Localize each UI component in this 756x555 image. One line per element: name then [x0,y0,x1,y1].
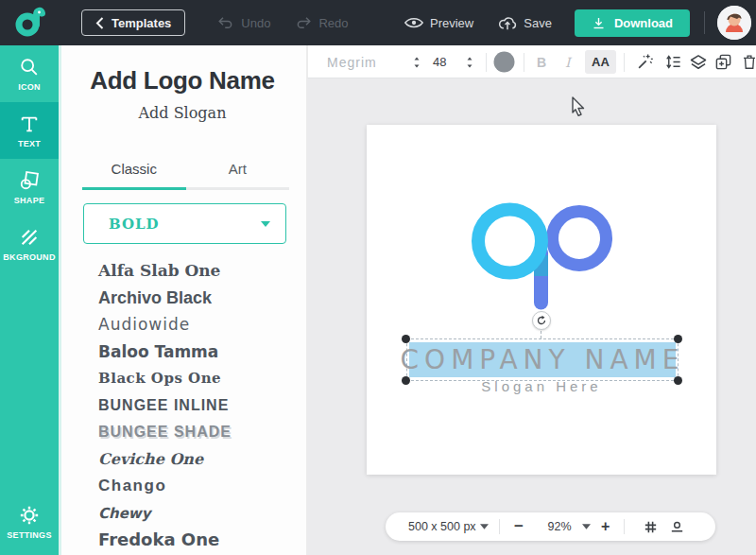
bottombar-divider [499,519,500,534]
delete-button[interactable] [741,45,756,78]
zoom-caret-icon[interactable] [582,512,591,541]
tab-art[interactable]: Art [186,161,290,185]
bottombar-divider [624,519,625,534]
rail-bkground-label: BKGROUND [3,252,55,262]
font-list-item[interactable]: BUNGEE INLINE [59,392,306,420]
undo-icon [217,14,234,31]
rotate-handle[interactable] [532,311,551,330]
topbar-divider [704,11,705,34]
resize-handle-bottom-right[interactable] [674,376,682,385]
text-color-swatch[interactable] [493,45,515,78]
font-tabs: Classic Art [82,161,289,185]
rail-icon-label: ICON [18,82,41,92]
logo-maker-app: { "topbar": { "templates": "Templates", … [0,0,756,555]
logo-graphic[interactable] [367,125,716,475]
font-family-dropdown[interactable]: Megrim [327,45,377,78]
sidebar-item-shape[interactable]: SHAPE [0,159,59,216]
shape-icon [19,170,40,191]
tab-underline-track [82,187,289,190]
tab-active-underline [82,187,186,190]
redo-button[interactable]: Redo [295,14,348,31]
avatar-image [717,6,751,40]
rail-shape-label: SHAPE [14,196,45,205]
cloud-upload-icon [498,14,517,31]
designevo-logo-icon[interactable] [13,6,47,40]
font-list-item[interactable]: Alfa Slab One [59,257,306,285]
download-icon [592,16,606,30]
toolbar-divider [486,53,487,72]
logo-left-circle [478,210,541,273]
undo-label: Undo [241,16,270,30]
top-bar: Templates Undo Redo Preview [0,0,756,45]
download-label: Download [614,16,673,30]
duplicate-button[interactable] [714,45,732,78]
resize-handle-top-left[interactable] [402,335,410,343]
font-category-value: BOLD [109,216,160,233]
resize-handle-top-right[interactable] [674,335,682,343]
search-icon [19,57,40,78]
font-list-item[interactable]: Chewy [59,500,306,528]
zoom-out-button[interactable]: − [514,512,524,541]
eye-icon [404,15,423,30]
zoom-in-button[interactable]: + [601,512,610,541]
grid-toggle-button[interactable] [643,512,659,541]
preview-button[interactable]: Preview [404,15,473,30]
font-list-item[interactable]: Audiowide [59,311,306,338]
save-label: Save [524,16,552,30]
font-size-spinner[interactable] [465,45,474,78]
selection-connector [541,331,541,338]
italic-button[interactable]: I [565,45,571,78]
bold-button[interactable]: B [537,45,546,78]
rail-text-label: TEXT [18,139,41,148]
font-list-item[interactable]: BUNGEE SHADE [59,419,306,446]
chevron-down-icon [261,221,270,227]
left-rail: ICON TEXT SHAPE BKGROUND [0,45,59,555]
font-size-value[interactable]: 48 [433,45,446,78]
magic-wand-button[interactable] [636,45,654,78]
canvas-size-caret-icon[interactable] [480,512,489,541]
tab-classic[interactable]: Classic [82,161,186,185]
toolbar-divider [624,53,625,72]
rotate-icon [536,315,547,326]
font-list-item[interactable]: Black Ops One [59,365,306,392]
download-button[interactable]: Download [575,9,690,37]
sidebar-item-bkground[interactable]: BKGROUND [0,216,59,272]
add-slogan-field[interactable]: Add Slogan [59,104,306,122]
logo-right-circle [553,212,607,266]
uppercase-toggle-button[interactable]: AA [585,50,616,74]
font-list-item[interactable]: Fredoka One [59,527,306,554]
company-name-text[interactable]: COMPANY NAME [407,339,678,380]
company-name-textbox[interactable]: COMPANY NAME [406,338,679,381]
sidebar-item-icon[interactable]: ICON [0,45,59,102]
undo-button[interactable]: Undo [217,14,270,31]
font-list-item[interactable]: Archivo Black [59,285,306,312]
zoom-level-value[interactable]: 92% [540,512,579,541]
save-button[interactable]: Save [498,14,552,31]
design-canvas[interactable]: COMPANY NAME Slogan Here [367,125,716,475]
canvas-size-dropdown[interactable]: 500 x 500 px [408,512,476,541]
add-logo-name-field[interactable]: Add Logo Name [59,66,306,95]
preview-label: Preview [430,16,473,30]
redo-icon [295,14,312,31]
font-list-item[interactable]: Baloo Tamma [59,338,306,366]
snap-position-button[interactable] [669,512,685,541]
sidebar-item-settings[interactable]: SETTINGS [0,489,59,555]
redo-label: Redo [318,16,348,30]
text-panel: Add Logo Name Add Slogan Classic Art BOL… [59,45,307,555]
layers-button[interactable] [689,45,708,78]
background-stripes-icon [19,227,40,248]
font-list-item[interactable]: Ceviche One [59,446,306,474]
font-list: Alfa Slab One Archivo Black Audiowide Ba… [59,257,306,554]
font-list-item[interactable]: Chango [59,473,306,500]
back-chevron-icon [95,17,104,29]
font-category-dropdown[interactable]: BOLD [83,203,286,244]
resize-handle-bottom-left[interactable] [402,376,410,385]
rail-settings-label: SETTINGS [7,530,51,540]
templates-button[interactable]: Templates [81,9,185,36]
line-spacing-button[interactable] [664,45,682,78]
user-avatar[interactable] [717,6,751,40]
gear-icon [19,505,40,526]
sidebar-item-text[interactable]: TEXT [0,102,59,159]
templates-label: Templates [112,16,171,30]
font-family-spinner[interactable] [412,45,421,78]
